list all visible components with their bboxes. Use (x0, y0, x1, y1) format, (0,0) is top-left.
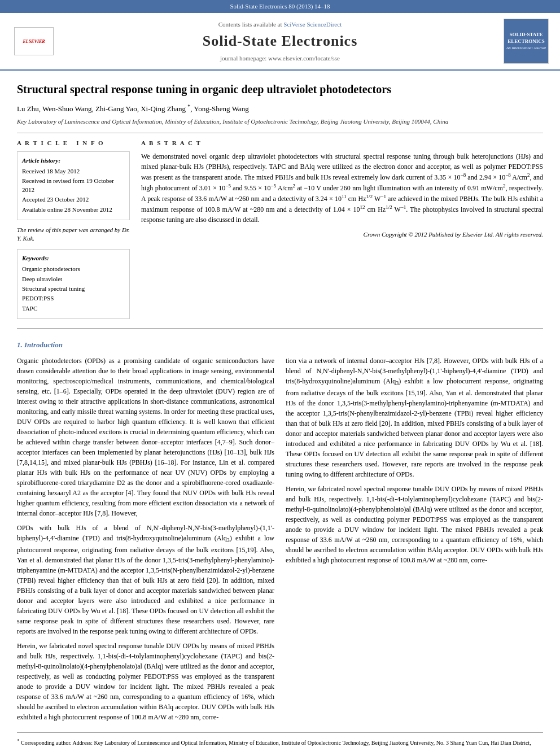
sciverse-link[interactable]: SciVerse ScienceDirect (283, 21, 342, 28)
abstract-label: A B S T R A C T (141, 139, 543, 147)
keyword-5: TAPC (22, 304, 125, 313)
intro-para-3: Herein, we fabricated novel spectral res… (17, 641, 274, 722)
keywords-title: Keywords: (22, 254, 125, 263)
journal-logo-box: SOLID-STATEELECTRONICSAn International J… (504, 19, 549, 64)
paper-content: Structural spectral response tuning in o… (0, 71, 560, 747)
article-body-header: A R T I C L E I N F O Article history: R… (17, 139, 543, 319)
divider-1 (17, 133, 543, 133)
elsevier-logo: ELSEVIER (11, 27, 56, 55)
article-history-title: Article history: (22, 156, 125, 165)
available-date: Available online 28 November 2012 (22, 206, 125, 214)
footnote-corresponding: * Corresponding author. Address: Key Lab… (17, 737, 543, 747)
body-left: Organic photodetectors (OPDs) as a promi… (17, 356, 274, 726)
article-info-box: Article history: Received 18 May 2012 Re… (17, 151, 130, 220)
journal-logo-text: SOLID-STATEELECTRONICSAn International J… (506, 32, 546, 51)
keyword-4: PEDOT:PSS (22, 294, 125, 303)
divider-2 (17, 328, 543, 329)
accepted-date: Accepted 23 October 2012 (22, 195, 125, 204)
keywords-box: Keywords: Organic photodetectors Deep ul… (17, 249, 130, 319)
journal-name: Solid-State Electronics (56, 31, 504, 51)
sciverse-line: Contents lists available at SciVerse Sci… (56, 20, 504, 29)
review-note: The review of this paper was arranged by… (17, 226, 130, 243)
article-info-label: A R T I C L E I N F O (17, 139, 130, 147)
affiliation: Key Laboratory of Luminescence and Optic… (17, 117, 543, 126)
journal-citation: Solid-State Electronics 80 (2013) 14–18 (230, 3, 330, 10)
elsevier-badge: ELSEVIER (14, 27, 54, 55)
abstract-text: We demonstrated novel organic deep ultra… (141, 151, 543, 225)
left-sidebar: A R T I C L E I N F O Article history: R… (17, 139, 130, 319)
received-revised-date: Received in revised form 19 October 2012 (22, 177, 125, 194)
homepage-line: journal homepage: www.elsevier.com/locat… (56, 54, 504, 63)
paper-title: Structural spectral response tuning in o… (17, 82, 543, 97)
intro-para-2: OPDs with bulk HJs of a blend of N,N'-di… (17, 523, 274, 636)
body-two-col: Organic photodetectors (OPDs) as a promi… (17, 356, 543, 726)
intro-para-1: Organic photodetectors (OPDs) as a promi… (17, 356, 274, 518)
keyword-3: Structural spectral tuning (22, 285, 125, 293)
keyword-2: Deep ultraviolet (22, 275, 125, 283)
journal-header-center: Contents lists available at SciVerse Sci… (56, 20, 504, 63)
top-bar: Solid-State Electronics 80 (2013) 14–18 (0, 0, 560, 13)
intro-heading: 1. Introduction (17, 340, 543, 350)
authors: Lu Zhu, Wen-Shuo Wang, Zhi-Gang Yao, Xi-… (17, 102, 543, 114)
received-date: Received 18 May 2012 (22, 167, 125, 176)
intro-section: 1. Introduction Organic photodetectors (… (17, 340, 543, 727)
journal-header: ELSEVIER Contents lists available at Sci… (0, 13, 560, 71)
abstract-section: A B S T R A C T We demonstrated novel or… (141, 139, 543, 319)
body-right: tion via a network of internal donor–acc… (286, 356, 543, 726)
right-para-2: Herein, we fabricated novel spectral res… (286, 484, 543, 565)
right-para-1: tion via a network of internal donor–acc… (286, 356, 543, 479)
author-list: Lu Zhu, Wen-Shuo Wang, Zhi-Gang Yao, Xi-… (17, 104, 249, 113)
footnote-section: * Corresponding author. Address: Key Lab… (17, 732, 543, 747)
keyword-1: Organic photodetectors (22, 265, 125, 273)
copyright-line: Crown Copyright © 2012 Published by Else… (141, 230, 543, 239)
